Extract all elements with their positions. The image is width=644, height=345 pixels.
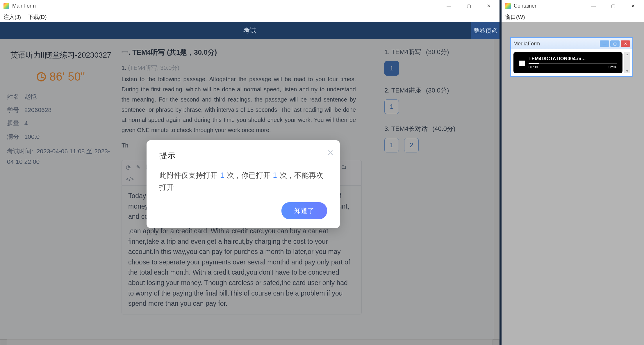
container-title: Container bbox=[514, 3, 536, 9]
clock-icon bbox=[37, 72, 46, 81]
progress-bar[interactable] bbox=[529, 63, 617, 64]
minimize-button[interactable]: — bbox=[584, 0, 603, 12]
media-minimize-button[interactable]: — bbox=[600, 40, 609, 47]
pause-icon[interactable]: ▮▮ bbox=[519, 59, 525, 67]
topbar-title: 考试 bbox=[243, 26, 256, 35]
modal-ok-button[interactable]: 知道了 bbox=[281, 202, 327, 219]
student-name: 姓名: 赵恺 bbox=[7, 93, 115, 101]
full-score: 满分: 100.0 bbox=[7, 133, 115, 141]
main-horizontal-scrollbar[interactable] bbox=[0, 339, 499, 345]
menu-download[interactable]: 下载(D) bbox=[28, 13, 47, 21]
main-titlebar: MainForm — ▢ ✕ bbox=[0, 0, 499, 12]
app-icon bbox=[505, 3, 511, 9]
app-icon bbox=[3, 3, 9, 9]
minimize-button[interactable]: — bbox=[439, 0, 459, 12]
question-nav-panel: 1. TEM4听写 (30.0分) 1 2. TEM4讲座 (30.0分) 1 … bbox=[377, 39, 499, 345]
exam-title: 英语听力II随堂练习-20230327 bbox=[7, 49, 115, 61]
nav-question-3-2[interactable]: 2 bbox=[404, 138, 419, 152]
scroll-up-icon[interactable]: ▲ bbox=[626, 53, 629, 56]
modal-body: 此附件仅支持打开 1 次，你已打开 1 次，不能再次打开 bbox=[159, 169, 327, 193]
container-window: Container — ▢ ✕ 窗口(W) MediaForm — ▢ ✕ bbox=[502, 0, 644, 345]
editor-paragraph: ,can apply for a credit card. With a cre… bbox=[128, 226, 355, 309]
media-title: MediaForm bbox=[513, 41, 540, 47]
main-menubar: 注入(J) 下载(D) bbox=[0, 12, 499, 22]
alert-modal: × 提示 此附件仅支持打开 1 次，你已打开 1 次，不能再次打开 知道了 bbox=[147, 140, 340, 228]
exam-time: 考试时间: 2023-04-06 11:08 至 2023-04-10 22:0… bbox=[7, 146, 115, 167]
audio-player: ▮▮ TEM4DICTATION004.m... 01:30 12:38 bbox=[513, 52, 622, 73]
brush-icon[interactable]: ✎ bbox=[136, 164, 141, 170]
nav-question-2-1[interactable]: 1 bbox=[384, 99, 399, 114]
main-window: MainForm — ▢ ✕ 注入(J) 下载(D) 考试 整卷预览 英语听力I… bbox=[0, 0, 499, 345]
passage-text: Listen to the following passage. Altoget… bbox=[122, 74, 356, 135]
close-button[interactable]: ✕ bbox=[479, 0, 498, 12]
nav-section-2: 2. TEM4讲座 (30.0分) bbox=[384, 86, 493, 95]
full-preview-button[interactable]: 整卷预览 bbox=[471, 22, 499, 39]
eraser-icon[interactable]: ◔ bbox=[126, 164, 131, 170]
menu-inject[interactable]: 注入(J) bbox=[3, 13, 21, 21]
total-time: 12:38 bbox=[608, 65, 617, 69]
menu-window[interactable]: 窗口(W) bbox=[505, 13, 525, 21]
container-titlebar: Container — ▢ ✕ bbox=[502, 0, 644, 12]
attachment-icon[interactable]: 🗀 bbox=[341, 164, 347, 170]
code-icon[interactable]: </> bbox=[126, 176, 134, 182]
nav-section-1: 1. TEM4听写 (30.0分) bbox=[384, 48, 493, 56]
maximize-button[interactable]: ▢ bbox=[459, 0, 479, 12]
countdown-timer: 86' 50" bbox=[7, 70, 115, 83]
modal-title: 提示 bbox=[159, 150, 327, 161]
container-menubar: 窗口(W) bbox=[502, 12, 644, 22]
elapsed-time: 01:30 bbox=[529, 65, 538, 69]
question-meta: 1. (TEM4听写, 30.0分) bbox=[122, 64, 356, 72]
scroll-down-icon[interactable]: ▼ bbox=[626, 70, 629, 73]
question-count: 题量: 4 bbox=[7, 119, 115, 127]
main-vertical-scrollbar[interactable] bbox=[494, 39, 499, 339]
media-maximize-button[interactable]: ▢ bbox=[610, 40, 620, 47]
nav-section-3: 3. TEM4长对话 (40.0分) bbox=[384, 125, 493, 133]
main-title: MainForm bbox=[12, 3, 36, 9]
track-title: TEM4DICTATION004.m... bbox=[529, 56, 617, 61]
student-id: 学号: 22060628 bbox=[7, 106, 115, 114]
maximize-button[interactable]: ▢ bbox=[603, 0, 623, 12]
timer-value: 86' 50" bbox=[49, 70, 85, 83]
nav-question-1-1[interactable]: 1 bbox=[384, 61, 399, 76]
section-title: 一. TEM4听写 (共1题，30.0分) bbox=[122, 48, 362, 64]
media-close-button[interactable]: ✕ bbox=[621, 40, 630, 47]
media-vertical-scrollbar[interactable]: ▲ ▼ bbox=[624, 52, 630, 73]
media-titlebar: MediaForm — ▢ ✕ bbox=[511, 38, 632, 49]
exam-topbar: 考试 整卷预览 bbox=[0, 22, 499, 39]
modal-close-icon[interactable]: × bbox=[327, 147, 333, 159]
nav-question-3-1[interactable]: 1 bbox=[384, 138, 399, 152]
close-button[interactable]: ✕ bbox=[623, 0, 643, 12]
exam-info-panel: 英语听力II随堂练习-20230327 86' 50" 姓名: 赵恺 学号: 2… bbox=[0, 39, 122, 345]
media-form-window: MediaForm — ▢ ✕ ▮▮ TEM4DICTATION004.m...… bbox=[510, 37, 633, 77]
